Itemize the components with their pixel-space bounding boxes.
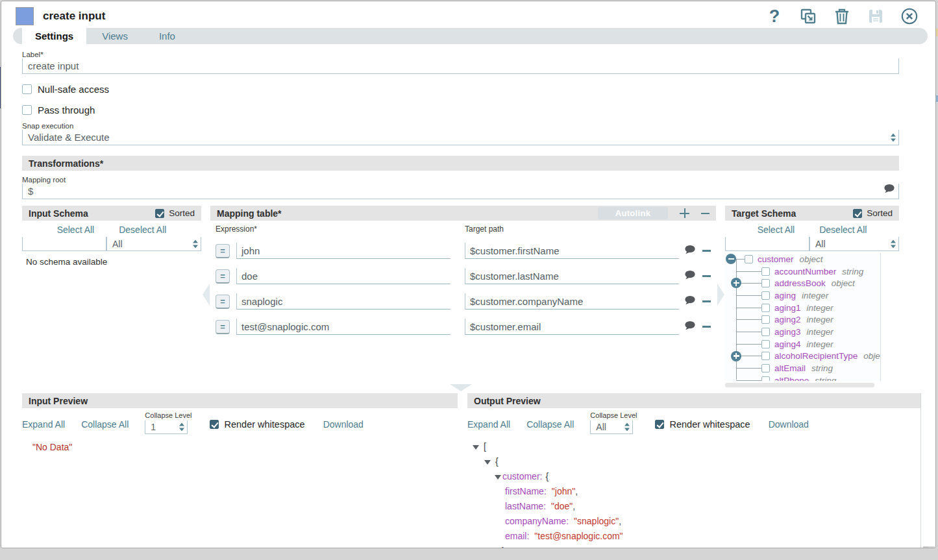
node-checkbox[interactable] bbox=[761, 328, 770, 336]
remove-mapping-row-icon[interactable] bbox=[701, 208, 710, 218]
expand-node-icon[interactable] bbox=[731, 351, 741, 361]
node-checkbox[interactable] bbox=[761, 291, 770, 300]
target-path-input[interactable] bbox=[465, 293, 679, 310]
save-icon[interactable] bbox=[867, 7, 885, 25]
expression-toggle-button[interactable]: = bbox=[216, 269, 230, 284]
target-schema-filter-select[interactable]: All bbox=[809, 237, 899, 251]
output-expand-all-link[interactable]: Expand All bbox=[467, 419, 510, 430]
snap-execution-select[interactable]: Validate & Execute bbox=[22, 130, 899, 145]
input-schema-deselect-all-link[interactable]: Deselect All bbox=[119, 225, 166, 235]
add-mapping-row-icon[interactable] bbox=[680, 208, 689, 218]
tree-node[interactable]: alcoholRecipientType object bbox=[725, 350, 880, 363]
remove-row-icon[interactable] bbox=[702, 326, 711, 328]
tab-settings[interactable]: Settings bbox=[22, 28, 86, 44]
remove-row-icon[interactable] bbox=[702, 250, 711, 252]
target-path-input[interactable] bbox=[465, 268, 679, 284]
expand-node-icon[interactable] bbox=[731, 278, 741, 288]
null-safe-checkbox[interactable] bbox=[22, 84, 32, 94]
output-render-whitespace-checkbox[interactable] bbox=[655, 420, 664, 429]
expression-toggle-button[interactable]: = bbox=[216, 244, 230, 258]
tree-node[interactable]: altPhone string bbox=[725, 374, 880, 381]
tree-horizontal-scrollbar[interactable] bbox=[725, 383, 874, 387]
tree-node[interactable]: aging integer bbox=[725, 289, 880, 302]
target-schema-sorted-checkbox[interactable] bbox=[853, 209, 862, 218]
tree-node[interactable]: altEmail string bbox=[725, 362, 880, 374]
autolink-button[interactable]: Autolink bbox=[598, 207, 668, 219]
node-checkbox[interactable] bbox=[761, 304, 770, 312]
expand-dialog-icon[interactable] bbox=[799, 7, 817, 25]
mapping-root-label: Mapping root bbox=[22, 176, 899, 184]
remove-row-icon[interactable] bbox=[702, 275, 711, 277]
target-schema-deselect-all-link[interactable]: Deselect All bbox=[819, 225, 867, 235]
expression-toggle-button[interactable]: = bbox=[216, 295, 230, 309]
tree-node[interactable]: aging2 integer bbox=[725, 313, 880, 326]
tree-node[interactable]: addressBook object bbox=[725, 277, 880, 289]
target-schema-select-all-link[interactable]: Select All bbox=[758, 225, 795, 235]
input-collapse-level-select[interactable]: 1 bbox=[145, 420, 188, 434]
input-expand-all-link[interactable]: Expand All bbox=[22, 419, 65, 430]
collapse-node-icon[interactable] bbox=[726, 254, 736, 264]
tab-views[interactable]: Views bbox=[86, 28, 143, 44]
mapping-root-input[interactable] bbox=[22, 184, 899, 199]
collapse-preview-handle[interactable] bbox=[450, 384, 472, 391]
tree-node[interactable]: customer object bbox=[725, 253, 880, 265]
target-schema-header: Target Schema Sorted bbox=[725, 206, 899, 221]
node-checkbox[interactable] bbox=[761, 340, 770, 348]
remove-row-icon[interactable] bbox=[702, 300, 711, 302]
input-render-whitespace-label: Render whitespace bbox=[224, 419, 304, 430]
tree-node[interactable]: accountNumber string bbox=[725, 265, 880, 278]
expression-input[interactable] bbox=[236, 293, 450, 310]
tree-node[interactable]: aging1 integer bbox=[725, 302, 880, 314]
json-line: firstName:"john", bbox=[467, 484, 920, 499]
expression-input[interactable] bbox=[236, 243, 450, 259]
collapse-json-node-icon[interactable] bbox=[495, 475, 501, 480]
expression-input[interactable] bbox=[236, 268, 450, 284]
node-checkbox[interactable] bbox=[761, 364, 770, 372]
node-checkbox[interactable] bbox=[761, 315, 770, 324]
input-schema-filter-input[interactable] bbox=[22, 237, 106, 251]
input-schema-filter-select[interactable]: All bbox=[106, 237, 201, 251]
scrollbar-thumb[interactable] bbox=[928, 546, 935, 548]
target-path-input[interactable] bbox=[465, 243, 679, 259]
target-path-input[interactable] bbox=[465, 319, 679, 335]
expression-input[interactable] bbox=[236, 319, 450, 335]
target-schema-filter-input[interactable] bbox=[725, 237, 809, 251]
input-preview-panel: Input Preview Expand All Collapse All Co… bbox=[22, 393, 458, 548]
null-safe-label: Null-safe access bbox=[38, 84, 109, 95]
help-icon[interactable]: ? bbox=[765, 7, 784, 25]
label-input[interactable] bbox=[22, 58, 899, 74]
output-collapse-level-select[interactable]: All bbox=[590, 420, 633, 434]
collapse-right-panel-handle[interactable] bbox=[717, 284, 724, 306]
output-collapse-all-link[interactable]: Collapse All bbox=[526, 419, 574, 430]
node-checkbox[interactable] bbox=[745, 255, 753, 263]
input-schema-select-all-link[interactable]: Select All bbox=[57, 225, 95, 235]
output-render-whitespace-label: Render whitespace bbox=[669, 419, 750, 430]
node-checkbox[interactable] bbox=[761, 267, 770, 276]
output-preview-controls: Expand All Collapse All Collapse Level A… bbox=[467, 414, 920, 434]
tree-node[interactable]: aging3 integer bbox=[725, 326, 880, 338]
delete-icon[interactable] bbox=[833, 7, 851, 25]
expression-toggle-button[interactable]: = bbox=[216, 320, 230, 334]
input-collapse-level-label: Collapse Level bbox=[145, 411, 191, 419]
close-icon[interactable] bbox=[900, 7, 919, 25]
comment-bubble-icon[interactable] bbox=[684, 270, 697, 282]
comment-bubble-icon[interactable] bbox=[684, 295, 697, 308]
input-render-whitespace-checkbox[interactable] bbox=[210, 420, 219, 429]
input-schema-sorted-checkbox[interactable] bbox=[155, 209, 164, 218]
pass-through-checkbox[interactable] bbox=[22, 105, 32, 115]
node-checkbox[interactable] bbox=[761, 352, 770, 360]
node-checkbox[interactable] bbox=[761, 279, 770, 287]
input-collapse-all-link[interactable]: Collapse All bbox=[81, 419, 129, 430]
collapse-json-node-icon[interactable] bbox=[473, 445, 479, 450]
comment-bubble-icon[interactable] bbox=[684, 245, 697, 257]
output-preview-scrollbar-gutter[interactable] bbox=[920, 393, 935, 548]
input-download-link[interactable]: Download bbox=[323, 419, 364, 430]
output-download-link[interactable]: Download bbox=[769, 419, 809, 430]
node-checkbox[interactable] bbox=[761, 376, 770, 381]
tab-info[interactable]: Info bbox=[143, 28, 191, 44]
tree-node[interactable]: aging4 integer bbox=[725, 338, 880, 350]
collapse-json-node-icon[interactable] bbox=[484, 460, 491, 465]
comment-bubble-icon[interactable] bbox=[684, 321, 697, 333]
comment-bubble-icon[interactable] bbox=[883, 184, 895, 196]
collapse-left-panel-handle[interactable] bbox=[203, 284, 210, 306]
